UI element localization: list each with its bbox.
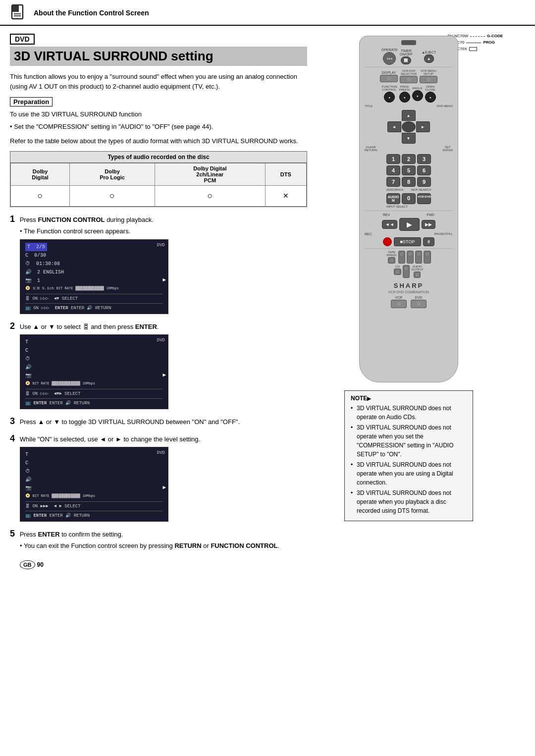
arrow-right-2: ▶ [162,372,166,378]
open-button[interactable]: ● [425,92,436,103]
tape-row: TAPESPEED □ □ □ □ □ [365,251,453,264]
page-title: 3D VIRTUAL SURROUND setting [10,47,307,66]
ff-button[interactable]: ▶▶ [422,220,435,229]
divider-3 [365,248,453,249]
preparation-section: Preparation To use the 3D VIRTUAL SURROU… [10,97,307,146]
zero-row: ZERO/BACK SKIP SEARCH [386,188,431,192]
dpad-down[interactable]: ▼ [402,133,416,144]
screen-line: ⏱ 01:30:08 [25,260,163,268]
dpad-right[interactable]: ► [416,121,430,132]
step-2-header: 2 Use ▲ or ▼ to select 🎛 and then press … [10,321,307,331]
audio-output-button[interactable]: □ [414,271,421,278]
btn-9[interactable]: 9 [417,177,431,187]
btn-0[interactable]: 0 [402,193,416,204]
btn-vcr-dvd[interactable]: VCR·DVD [417,193,431,204]
input-select-row: INPUT SELECT [386,205,431,209]
screen-bitrate-line: 📀 1□D 5.1ch BIT RATE ▓▓▓▓▓▓▓▓▓▓▓▓ 10Mbps [25,285,163,292]
page-container: About the Function Control Screen DVD 3D… [0,0,535,756]
step-5-text: Press ENTER to confirm the setting. [20,531,123,538]
vcrdvd-label: VCR·DVDSELECTOR [401,69,417,75]
stop-button[interactable]: ■STOP [394,237,422,246]
header: About the Function Control Screen [0,0,535,26]
tape-button[interactable]: □ [388,257,395,264]
btn-4[interactable]: 4 [386,165,400,175]
function-button[interactable]: ● [384,92,395,103]
open-label: OPENCLOSE [425,85,435,91]
function-row: FUNCTIONCONTROL ● PROGPREFIX ● ANGLE ● [365,85,453,103]
btn-audio-m[interactable]: AUDIO M [386,193,400,204]
misc-btn-2[interactable]: □ [407,251,414,264]
eject-button[interactable]: ▲ [424,54,434,63]
dpad-left[interactable]: ◄ [387,121,401,132]
function-label: FUNCTIONCONTROL [382,85,397,91]
screen-line: 🔊 2 ENGLISH [25,268,163,276]
operate-label: OPERATE [381,48,398,52]
main-content: DVD 3D VIRTUAL SURROUND setting This fun… [0,26,535,756]
screen-line: T [25,450,163,459]
screen-line: ⏱ [25,467,163,476]
prog-btn-group: PROGPREFIX ● [399,85,410,103]
arrow-right-3: ▶ [162,484,166,490]
audio-table-container: Types of audio recorded on the disc Dolb… [10,151,307,207]
display-button[interactable]: □ [380,75,398,82]
screen-return-bar: 📺 ON ▷▷▷ ENTER ENTER 🔊 RETURN [25,303,163,311]
screen-line: C [25,346,163,355]
rew-button[interactable]: ◄◄ [382,220,398,229]
dvd-menu-label: DVD MENU [437,105,453,108]
ch-btn-group: CH □ [394,265,401,278]
btn-2[interactable]: 2 [402,154,416,164]
screen-line: T [25,338,163,346]
right-column: DV-NC70W G-CODE DV-NC70 PROG DV-NC70X [317,26,505,756]
screen-mockup-1: DVD ▶ T 2/5 C 8/30 ⏱ 01:30:08 🔊 2 ENGLIS… [20,239,168,314]
display-row: DISPLAY □ VCR·DVDSELECTOR □ VCR MENUSETU… [365,69,453,83]
eject-label: ▲EJECT [422,51,436,54]
sharp-logo: SHARP [365,282,453,289]
vcrmenu-label: VCR MENUSETUP [421,69,436,75]
screen-line: 🔊 [25,476,163,484]
set-enter-label: SETENTER [443,146,453,152]
btn-3[interactable]: 3 [417,154,431,164]
play-button[interactable]: ▶ [399,218,420,231]
dpad-center[interactable] [402,121,416,132]
angle-button[interactable]: ● [412,90,423,101]
step-5-number: 5 [10,529,15,539]
footer-page-number: 90 [37,561,44,568]
prep-line3: Refer to the table below about the types… [10,136,307,147]
step-5: 5 Press ENTER to confirm the setting. Yo… [10,529,307,551]
operate-button[interactable] [383,52,396,65]
vcrmenu-button[interactable]: □ [420,76,437,83]
dvd-toggle-button[interactable]: □ [411,300,427,308]
screen-return-bar-2: 📺 ENTER ENTER 🔊 RETURN [25,398,163,406]
misc-btn-1[interactable]: □ [398,251,405,264]
ch-btn-2[interactable]: □ [403,265,410,278]
col-dolby-digital: DolbyDigital [11,163,70,186]
vcrdvd-button[interactable]: □ [400,76,418,83]
prog-button[interactable]: ● [399,92,410,103]
btn-5[interactable]: 5 [402,165,416,175]
page-footer: GB 90 [10,557,307,572]
btn-7[interactable]: 7 [386,177,400,187]
btn-1[interactable]: 1 [386,154,400,164]
screen-mockup-3: DVD ▶ T C ⏱ 🔊 📷 📀 BIT RATE ▓▓▓▓▓▓▓▓▓▓▓▓ … [20,447,168,522]
timer-button[interactable]: ⬜ [401,56,411,64]
rec-button[interactable] [383,237,392,246]
step-3: 3 Press ▲ or ▼ to toggle 3D VIRTUAL SURR… [10,416,307,427]
open-btn-group: OPENCLOSE ● [425,85,436,103]
vcr-toggle-button[interactable]: □ [391,300,407,308]
preparation-label: Preparation [10,97,53,107]
btn-6[interactable]: 6 [417,165,431,175]
dpad-labels-bottom: CLEARRETURN SETENTER [365,146,453,152]
screen-line: C 8/30 [25,251,163,260]
svg-rect-1 [12,5,19,12]
misc-btn-4[interactable]: □ [424,251,430,264]
ch-button[interactable]: □ [394,269,401,275]
audio-table: DolbyDigital DolbyPro Logic Dolby Digita… [10,163,307,207]
step-1-bullet: The Function control screen appears. [20,226,307,236]
dpad-up[interactable]: ▲ [402,110,416,121]
pause-button[interactable]: ⏸ [423,237,434,246]
val-dolby-2ch: ○ [155,186,265,207]
btn-8[interactable]: 8 [402,177,416,187]
screen-mockup-2: DVD ▶ T C ⏱ 🔊 📷 📀 BIT RATE ▓▓▓▓▓▓▓▓▓▓▓▓ … [20,334,168,409]
display-btn-group: DISPLAY □ [380,71,398,82]
misc-btn-3[interactable]: □ [415,251,422,264]
